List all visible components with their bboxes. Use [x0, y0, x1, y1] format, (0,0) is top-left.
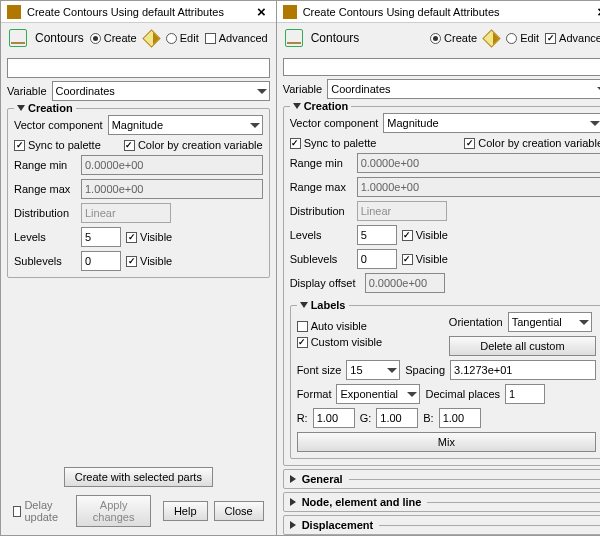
display-offset-input — [365, 273, 445, 293]
radio-edit[interactable]: Edit — [506, 32, 539, 44]
delete-all-custom-button[interactable]: Delete all custom — [449, 336, 596, 356]
pencil-icon — [482, 29, 500, 47]
close-icon[interactable]: × — [593, 4, 600, 19]
sublevels-visible-check[interactable]: Visible — [126, 255, 172, 267]
range-min-input — [357, 153, 600, 173]
creation-group: Creation Vector componentMagnitude Sync … — [283, 106, 600, 466]
variable-label: Variable — [7, 85, 47, 97]
acc-general[interactable]: General — [283, 469, 600, 489]
chevron-down-icon[interactable] — [293, 103, 301, 109]
chevron-right-icon — [290, 521, 296, 529]
sublevels-visible-check[interactable]: Visible — [402, 253, 448, 265]
levels-visible-check[interactable]: Visible — [126, 231, 172, 243]
acc-displacement[interactable]: Displacement — [283, 515, 600, 535]
chevron-right-icon — [290, 475, 296, 483]
pencil-icon — [142, 29, 160, 47]
range-max-input — [81, 179, 263, 199]
variable-select[interactable]: Coordinates — [52, 81, 270, 101]
chevron-right-icon — [290, 498, 296, 506]
radio-edit[interactable]: Edit — [166, 32, 199, 44]
app-icon — [7, 5, 21, 19]
creation-group: Creation Vector componentMagnitude Sync … — [7, 108, 270, 278]
font-size-select[interactable]: 15 — [346, 360, 400, 380]
window-title: Create Contours Using default Attributes — [303, 6, 594, 18]
color-r-input[interactable] — [313, 408, 355, 428]
range-min-input — [81, 155, 263, 175]
auto-visible-check[interactable]: Auto visible — [297, 320, 444, 332]
mix-button[interactable]: Mix — [297, 432, 596, 452]
sync-palette-check[interactable]: Sync to palette — [290, 137, 460, 149]
apply-changes-button[interactable]: Apply changes — [76, 495, 151, 527]
acc-node-line[interactable]: Node, element and line — [283, 492, 600, 512]
vector-comp-select[interactable]: Magnitude — [108, 115, 263, 135]
color-by-var-check[interactable]: Color by creation variable — [124, 139, 263, 151]
orientation-select[interactable]: Tangential — [508, 312, 592, 332]
distribution-select: Linear — [357, 201, 447, 221]
color-g-input[interactable] — [376, 408, 418, 428]
radio-create[interactable]: Create — [90, 32, 137, 44]
distribution-select: Linear — [81, 203, 171, 223]
contours-icon — [285, 29, 303, 47]
variable-label: Variable — [283, 83, 323, 95]
advanced-check[interactable]: Advanced — [545, 32, 600, 44]
delay-update-check[interactable]: Delay update — [13, 499, 70, 523]
levels-input[interactable] — [81, 227, 121, 247]
tool-title: Contours — [33, 31, 84, 45]
range-max-input — [357, 177, 600, 197]
labels-group: Labels Auto visible Custom visible Orien… — [290, 305, 600, 459]
advanced-check[interactable]: Advanced — [205, 32, 268, 44]
window-title: Create Contours Using default Attributes — [27, 6, 253, 18]
app-icon — [283, 5, 297, 19]
sublevels-input[interactable] — [357, 249, 397, 269]
close-icon[interactable]: × — [253, 4, 270, 19]
create-with-selected-button[interactable]: Create with selected parts — [64, 467, 213, 487]
help-button[interactable]: Help — [163, 501, 208, 521]
search-input[interactable] — [283, 58, 600, 76]
color-b-input[interactable] — [439, 408, 481, 428]
decimal-places-input[interactable] — [505, 384, 545, 404]
sync-palette-check[interactable]: Sync to palette — [14, 139, 119, 151]
search-input[interactable] — [7, 58, 270, 78]
sublevels-input[interactable] — [81, 251, 121, 271]
variable-select[interactable]: Coordinates — [327, 79, 600, 99]
close-button[interactable]: Close — [214, 501, 264, 521]
spacing-input[interactable] — [450, 360, 596, 380]
contours-icon — [9, 29, 27, 47]
color-by-var-check[interactable]: Color by creation variable — [464, 137, 600, 149]
chevron-down-icon[interactable] — [300, 302, 308, 308]
levels-visible-check[interactable]: Visible — [402, 229, 448, 241]
levels-input[interactable] — [357, 225, 397, 245]
radio-create[interactable]: Create — [430, 32, 477, 44]
chevron-down-icon[interactable] — [17, 105, 25, 111]
vector-comp-select[interactable]: Magnitude — [383, 113, 600, 133]
tool-title: Contours — [309, 31, 424, 45]
format-select[interactable]: Exponential — [336, 384, 420, 404]
custom-visible-check[interactable]: Custom visible — [297, 336, 444, 348]
